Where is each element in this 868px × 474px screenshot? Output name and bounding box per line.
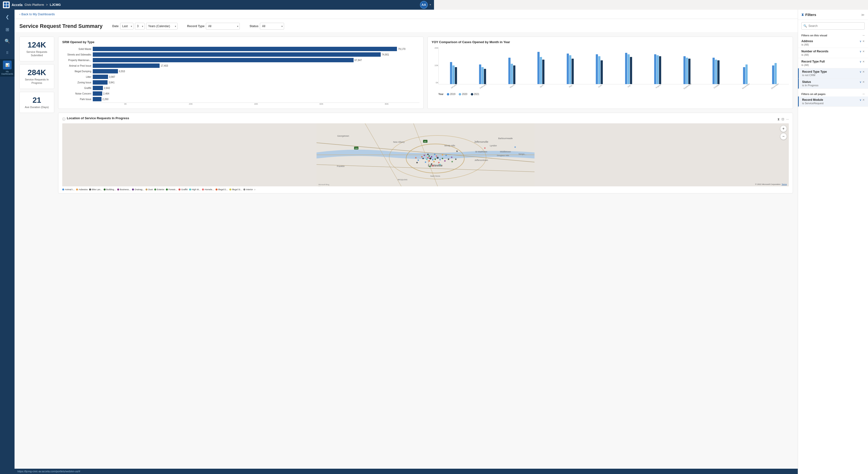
srm-bar-fill — [93, 86, 103, 90]
legend-asbestos: Asbestos — [76, 188, 88, 191]
back-link-text: Back to My Dashboards — [21, 12, 55, 16]
grid-icon: ⊞ — [6, 27, 9, 32]
sidebar-item-apps[interactable]: ⠿ — [2, 48, 12, 58]
avatar[interactable]: AA — [420, 1, 428, 9]
back-to-dashboards-link[interactable]: ‹ Back to My Dashboards — [20, 12, 55, 16]
srm-bar-track: 2,642 — [93, 86, 420, 90]
record-type-filter-group: Record Type All ▾ — [187, 23, 240, 30]
stat-duration-label: Ave Duration (Days) — [23, 106, 51, 109]
srm-bar-value: 6,553 — [119, 70, 125, 73]
legend-exterior: Exterior — [154, 188, 164, 191]
date-period-select[interactable]: Years (Calendar) — [146, 23, 178, 30]
legend-illegal-d-dot — [216, 188, 217, 190]
legend-building: Building... — [104, 188, 116, 191]
date-option-wrap: Last ▾ — [120, 23, 133, 30]
charts-area: SRM Opened by Type Solid Waste 79,170 St… — [58, 37, 434, 194]
legend-business-dot — [117, 188, 119, 190]
srm-axis-label: 0K — [93, 103, 158, 105]
svg-point-51 — [421, 156, 423, 157]
legend-drainage-label: Drainag... — [135, 188, 144, 191]
avatar-chevron-icon[interactable]: ▾ — [430, 3, 431, 6]
app-logo: Accela Civic Platform > LJCMG — [3, 1, 61, 8]
srm-bar-track: 2,260 — [93, 97, 420, 101]
svg-point-38 — [426, 158, 428, 160]
sidebar-item-dashboards[interactable]: 📊 MyDashboards — [0, 59, 14, 77]
srm-bar-track: 6,553 — [93, 69, 420, 73]
legend-drainage: Drainag... — [132, 188, 144, 191]
legend-high-w-dot — [189, 188, 191, 190]
srm-bar-value: 67,847 — [354, 59, 362, 62]
srm-x-axis: 0K20K40K60K80K — [93, 102, 420, 105]
svg-point-41 — [423, 158, 424, 159]
svg-point-54 — [416, 162, 418, 163]
srm-bar-value: 17,403 — [161, 64, 168, 67]
date-num-select[interactable]: 3 — [135, 23, 145, 30]
srm-bar-track: 2,464 — [93, 91, 420, 96]
dashboards-icon: 📊 — [5, 63, 9, 67]
legend-graffiti-dot — [179, 188, 180, 190]
breadcrumb-sep: > — [46, 3, 48, 6]
apps-icon: ⠿ — [6, 51, 9, 55]
srm-bar-fill — [93, 58, 353, 62]
legend-building-label: Building... — [106, 188, 116, 191]
status-select[interactable]: All — [260, 23, 284, 30]
record-type-select[interactable]: All — [206, 23, 240, 30]
legend-homeless-dot — [202, 188, 204, 190]
svg-text:Microsoft Bing: Microsoft Bing — [318, 184, 329, 186]
charts-top-row: SRM Opened by Type Solid Waste 79,170 St… — [58, 37, 434, 109]
map-container: Louisville Jeffersonville Barbourmeade J… — [62, 123, 434, 186]
legend-exterior-label: Exterior — [157, 188, 164, 191]
svg-text:65: 65 — [424, 141, 427, 143]
back-bar: ‹ Back to My Dashboards — [14, 10, 434, 19]
stat-inprogress: 284K Service Requests In Progress — [20, 64, 54, 89]
svg-point-31 — [429, 157, 431, 159]
legend-more-icon[interactable]: › — [254, 188, 255, 191]
date-num-wrap: 3 ▾ — [135, 23, 145, 30]
srm-bar-track: 3,841 — [93, 80, 420, 85]
legend-exterior-dot — [154, 188, 156, 190]
legend-asbestos-dot — [76, 188, 78, 190]
stat-submitted: 124K Service Requests Submitted — [20, 37, 54, 61]
svg-point-33 — [427, 157, 429, 158]
breadcrumb-platform: Civic Platform — [25, 3, 44, 6]
date-option-select[interactable]: Last — [120, 23, 133, 30]
map-card: ⓘ Location of Service Requests In Progre… — [58, 113, 434, 194]
legend-illegal-si-label: Illegal Si... — [232, 188, 242, 191]
svg-text:Georgetown: Georgetown — [337, 135, 349, 137]
stat-submitted-number: 124K — [23, 41, 51, 49]
srm-bar-fill — [93, 97, 101, 101]
map-title: Location of Service Requests In Progress — [67, 116, 129, 120]
yoy-month-labels: JanuaryFebruaryMarchAprilMayJuneJulyAugu… — [432, 85, 434, 87]
legend-building-dot — [104, 188, 105, 190]
legend-forestry: Forestr... — [166, 188, 177, 191]
srm-bar-value: 3,987 — [109, 76, 115, 78]
svg-text:Webstr...: Webstr... — [318, 186, 324, 186]
sidebar-item-collapse[interactable]: ❮ — [2, 12, 12, 22]
srm-bar-row: Animal or Pest Issue 17,403 — [62, 63, 420, 68]
svg-text:Franklin: Franklin — [337, 165, 345, 168]
srm-bar-fill — [93, 63, 160, 68]
page-header: Service Request Trend Summary Date Last … — [14, 19, 434, 33]
svg-point-61 — [424, 155, 425, 156]
srm-bar-row: Litter 3,987 — [62, 75, 420, 79]
legend-illegal-d: Illegal D... — [216, 188, 228, 191]
main-content: ‹ Back to My Dashboards Service Request … — [14, 10, 434, 237]
svg-point-55 — [432, 165, 434, 167]
sidebar-item-grid[interactable]: ⊞ — [2, 24, 12, 35]
legend-dust-label: Dust — [148, 188, 153, 191]
srm-bar-fill — [93, 75, 108, 79]
legend-illegal-si-dot — [229, 188, 231, 190]
srm-bar-value: 3,841 — [108, 81, 115, 84]
sidebar-item-search[interactable]: 🔍 — [2, 36, 12, 47]
srm-bar-label: Graffiti — [62, 87, 91, 89]
app-name: Accela — [11, 3, 23, 7]
srm-bar-value: 2,464 — [103, 92, 109, 95]
legend-animal-dot — [62, 188, 64, 190]
srm-bars-container: Solid Waste 79,170 Streets and Sidewalks… — [62, 47, 420, 101]
sidebar: ❮ ⊞ 🔍 ⠿ 📊 MyDashboards — [0, 10, 14, 237]
svg-point-56 — [429, 166, 431, 167]
legend-drainage-dot — [132, 188, 134, 190]
status-filter-group: Status All ▾ — [249, 23, 284, 30]
svg-rect-0 — [4, 2, 6, 5]
srm-axis-label: 60K — [289, 103, 354, 105]
